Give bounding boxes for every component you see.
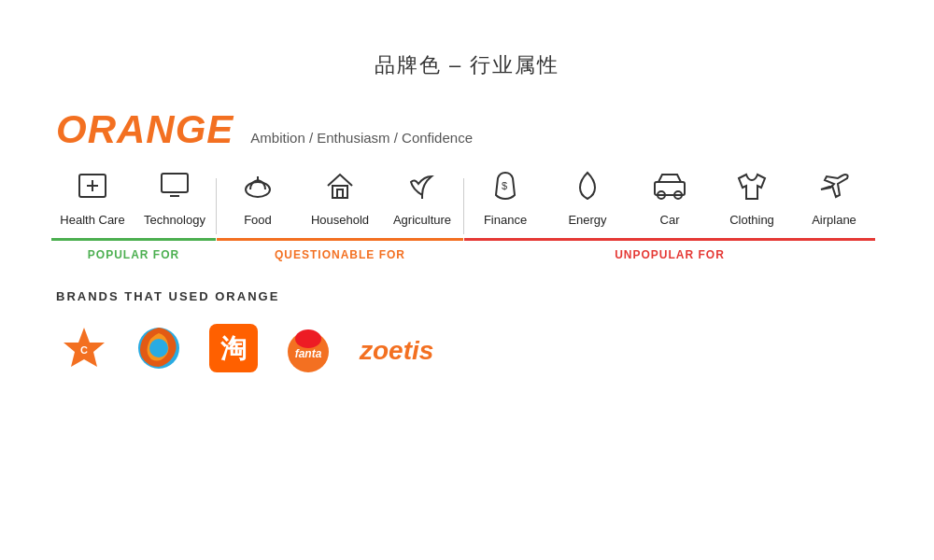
food-icon <box>241 169 275 207</box>
industry-item-finance: $ Finance <box>464 169 546 231</box>
brands-section: BRANDS THAT USED ORANGE C 淘 <box>0 261 934 376</box>
svg-rect-9 <box>337 189 343 198</box>
healthcare-icon <box>76 169 109 207</box>
popular-group: Health Care Technology POPULAR FOR <box>51 169 216 261</box>
brand-logo-fanta: fanta <box>280 320 336 376</box>
questionable-group: Food Household <box>217 169 463 261</box>
svg-text:zoetis: zoetis <box>359 336 433 365</box>
industry-item-airplane: Airplane <box>793 169 875 231</box>
industry-item-technology: Technology <box>134 169 216 231</box>
industry-item-household: Household <box>299 169 381 231</box>
questionable-icons-row: Food Household <box>217 169 463 231</box>
svg-text:$: $ <box>502 180 507 191</box>
energy-label: Energy <box>568 213 606 227</box>
airplane-icon <box>817 169 851 207</box>
clothing-label: Clothing <box>729 213 774 227</box>
unpopular-group: $ Finance Energy <box>464 169 875 261</box>
industry-item-clothing: Clothing <box>711 169 793 231</box>
orange-word: ORANGE <box>56 107 234 152</box>
car-label: Car <box>660 213 680 227</box>
unpopular-icons-row: $ Finance Energy <box>464 169 875 231</box>
food-label: Food <box>244 213 272 227</box>
airplane-label: Airplane <box>812 213 856 227</box>
svg-text:C: C <box>80 344 88 356</box>
unpopular-category-label: UNPOPULAR FOR <box>464 248 875 261</box>
industry-item-agriculture: Agriculture <box>381 169 463 231</box>
popular-category-label: POPULAR FOR <box>51 248 216 261</box>
brand-logo-taobao: 淘 <box>205 320 262 376</box>
svg-point-22 <box>295 329 321 348</box>
unpopular-line <box>464 238 875 241</box>
svg-point-6 <box>246 182 270 197</box>
healthcare-label: Health Care <box>60 213 124 227</box>
car-icon <box>653 169 686 207</box>
popular-icons-row: Health Care Technology <box>51 169 216 231</box>
energy-icon <box>571 169 604 207</box>
brand-logo-zoetis: zoetis <box>355 320 439 376</box>
questionable-line <box>217 238 463 241</box>
page-title: 品牌色 – 行业属性 <box>0 0 934 79</box>
questionable-category-label: QUESTIONABLE FOR <box>217 248 463 261</box>
finance-label: Finance <box>484 213 527 227</box>
svg-rect-8 <box>333 186 347 198</box>
svg-point-18 <box>149 339 168 357</box>
brand-logo-coinstar: C <box>56 320 112 376</box>
orange-description: Ambition / Enthusiasm / Confidence <box>250 130 473 146</box>
agriculture-label: Agriculture <box>393 213 451 227</box>
industries-section: Health Care Technology POPULAR FOR <box>0 152 934 261</box>
agriculture-icon <box>405 169 439 207</box>
brands-title: BRANDS THAT USED ORANGE <box>56 289 878 303</box>
technology-icon <box>158 169 191 207</box>
svg-rect-3 <box>162 174 188 192</box>
household-label: Household <box>311 213 369 227</box>
popular-line <box>51 238 216 241</box>
brand-logo-firefox <box>131 320 187 376</box>
technology-label: Technology <box>144 213 205 227</box>
household-icon <box>323 169 357 207</box>
svg-text:淘: 淘 <box>220 334 247 363</box>
clothing-icon <box>735 169 769 207</box>
finance-icon: $ <box>488 169 522 207</box>
industry-item-healthcare: Health Care <box>51 169 134 231</box>
brands-logos-row: C 淘 fanta <box>56 320 878 376</box>
industry-item-car: Car <box>629 169 711 231</box>
svg-text:fanta: fanta <box>295 347 322 360</box>
industry-item-food: Food <box>217 169 299 231</box>
industry-item-energy: Energy <box>546 169 629 231</box>
